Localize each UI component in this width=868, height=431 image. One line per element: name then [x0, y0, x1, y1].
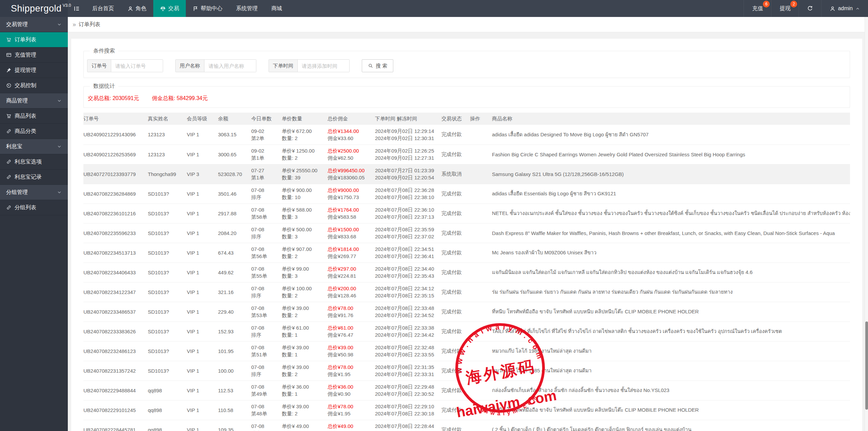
order-no-cell: UB2407082229488844: [83, 380, 148, 400]
sidebar-item[interactable]: 利息宝记录: [0, 170, 68, 185]
sidebar-item[interactable]: 利息宝选项: [0, 154, 68, 170]
today-orders-cell: 07-08第49单: [251, 380, 282, 400]
search-icon: [368, 63, 373, 68]
withdraw-nav-button[interactable]: 提现 2: [771, 0, 798, 17]
sidebar-item[interactable]: 充值管理: [0, 47, 68, 63]
table-header-row: 订单号真实姓名会员等级余额今日单数单价数量总价佣金下单时间 解冻时间交易状态操作…: [83, 113, 850, 125]
time-cell: 2024年07月08日 22:29:102024年07月08日 22:30:18: [375, 400, 441, 420]
balance-cell: 674.43: [218, 243, 251, 262]
chevron-down-icon: [57, 98, 62, 103]
real-name-cell: 123123: [148, 144, 187, 164]
sidebar-item[interactable]: 商品分类: [0, 124, 68, 139]
total-commission-cell: 总价¥49.00佣金¥1.23: [328, 420, 375, 431]
app-logo-text: Shippergold: [11, 3, 62, 14]
action-cell: [470, 262, 492, 282]
order-no-cell: UB2407082232486123: [83, 341, 148, 361]
search-field-input[interactable]: [204, 60, 256, 72]
nav-item[interactable]: 商城: [264, 0, 289, 17]
today-orders-cell: 07-08排序: [251, 321, 282, 341]
refresh-button[interactable]: [798, 0, 821, 17]
search-field-label: 订单号: [87, 60, 111, 72]
action-cell: [470, 184, 492, 203]
real-name-cell: 123123: [148, 125, 187, 144]
table-row: UB2407082234122347 SD1013? VIP 1 321.16 …: [83, 282, 850, 302]
order-no-cell: UB2409021229143096: [83, 125, 148, 144]
balance-cell: 3501.46: [218, 184, 251, 203]
sidebar-group[interactable]: 分组管理: [0, 185, 68, 200]
recharge-nav-button[interactable]: 充值 6: [744, 0, 771, 17]
nav-item[interactable]: 角色: [121, 0, 153, 17]
status-cell: 完成付款: [441, 380, 470, 400]
action-cell: [470, 341, 492, 361]
price-qty-cell: 单价¥ 39.00数量: 1: [282, 341, 328, 361]
real-name-cell: SD1013?: [148, 361, 187, 380]
time-cell: 2024年09月02日 12:26:252024年09月02日 12:27:31: [375, 144, 441, 164]
balance-cell: 110.58: [218, 400, 251, 420]
real-name-cell: SD1013?: [148, 262, 187, 282]
stats-row: 交易总额: 2030591元佣金总额: 584299.34元: [86, 95, 847, 102]
balance-cell: 2084.20: [218, 223, 251, 243]
action-cell: [470, 400, 492, 420]
search-fieldset: 条件搜索 订单号 用户名称 下单时间 搜 索: [83, 47, 850, 78]
nav-item[interactable]: 后台首页: [85, 0, 121, 17]
sidebar-item[interactable]: 商品列表: [0, 109, 68, 124]
scrollbar-thumb[interactable]: [865, 321, 868, 410]
sidebar-item[interactable]: 订单列表: [0, 32, 68, 47]
recharge-badge: 6: [763, 1, 770, 7]
user-menu[interactable]: admin: [821, 0, 868, 17]
stats-value: 交易总额: 2030591元: [88, 95, 139, 102]
nav-item[interactable]: 帮助中心: [186, 0, 229, 17]
real-name-cell: SD1013?: [148, 223, 187, 243]
today-orders-cell: 07-08排序: [251, 223, 282, 243]
scales-icon: [160, 6, 166, 12]
action-cell: [470, 243, 492, 262]
table-row: UB2407082233486537 SD1013? VIP 1 229.40 …: [83, 302, 850, 321]
search-field-input[interactable]: [298, 60, 349, 72]
nav-item[interactable]: 交易: [153, 0, 186, 17]
sidebar-item[interactable]: 交易控制: [0, 78, 68, 93]
time-cell: 2024年07月08日 22:28:442024年07月08日 22:29:48: [375, 420, 441, 431]
product-name-cell: ที่หนีบ โทรศัพท์มือถือ ขาจับ โทรศัพท์ แบ…: [492, 302, 850, 321]
nav-item[interactable]: 系统管理: [229, 0, 264, 17]
sidebar-group[interactable]: 利息宝: [0, 139, 68, 154]
column-header: 会员等级: [187, 113, 218, 125]
real-name-cell: SD1013?: [148, 184, 187, 203]
scrollbar-track[interactable]: [865, 17, 868, 431]
total-commission-cell: 总价¥78.00佣金¥1.95: [328, 361, 375, 380]
total-commission-cell: 总价¥78.00佣金¥1.95: [328, 400, 375, 420]
today-orders-cell: 07-08排序: [251, 420, 282, 431]
status-cell: 完成付款: [441, 361, 470, 380]
price-qty-cell: 单价¥ 588.00数量: 3: [282, 203, 328, 223]
total-commission-cell: 总价¥36.00佣金¥0.90: [328, 380, 375, 400]
status-cell: 完成付款: [441, 125, 470, 144]
stats-value: 佣金总额: 584299.34元: [152, 95, 208, 102]
column-header: 操作: [470, 113, 492, 125]
action-cell: [470, 361, 492, 380]
status-cell: 完成付款: [441, 184, 470, 203]
orders-table: 订单号真实姓名会员等级余额今日单数单价数量总价佣金下单时间 解冻时间交易状态操作…: [83, 113, 850, 431]
vip-level-cell: VIP 1: [187, 321, 218, 341]
product-name-cell: ( 2 ชิ้น ) ตุ๊กตาเด็ก ( จุ๊บ ) ตุ๊กตาคู่…: [492, 420, 850, 431]
search-button-label: 搜 索: [376, 63, 387, 69]
sidebar-item-label: 利息宝选项: [15, 158, 42, 165]
table-row: UB2407082234406433 SD1013? VIP 1 449.62 …: [83, 262, 850, 282]
breadcrumb: » 订单列表: [68, 17, 868, 32]
sidebar-item[interactable]: 分组列表: [0, 200, 68, 215]
sidebar-item[interactable]: 提现管理: [0, 63, 68, 78]
sidebar-collapse-button[interactable]: [68, 0, 85, 17]
time-cell: 2024年07月08日 22:29:482024年07月08日 22:30:52: [375, 380, 441, 400]
search-field-input[interactable]: [111, 60, 163, 72]
product-name-cell: หมวกแก๊ป โลโก้ 1985 งานใหม่ล่าสุด งานดีม…: [492, 361, 850, 380]
action-cell: [470, 203, 492, 223]
app-logo: Shippergold V3.0: [0, 0, 68, 17]
balance-cell: 3063.15: [218, 125, 251, 144]
sidebar-group[interactable]: 交易管理: [0, 17, 68, 32]
search-button[interactable]: 搜 索: [362, 59, 393, 72]
column-header: 订单号: [83, 113, 148, 125]
product-name-cell: TAILI ที่ใส่ไข่ไก่ ที่เก็บไข่ไก่ ที่ใส่ไ…: [492, 321, 850, 341]
order-no-cell: UB2407082234122347: [83, 282, 148, 302]
sidebar-group[interactable]: 商品管理: [0, 93, 68, 109]
table-row: UB2407082234513713 SD1013? VIP 1 674.43 …: [83, 243, 850, 262]
price-qty-cell: 单价¥ 1250.00数量: 2: [282, 144, 328, 164]
time-cell: 2024年07月08日 22:32:482024年07月08日 22:33:55: [375, 341, 441, 361]
